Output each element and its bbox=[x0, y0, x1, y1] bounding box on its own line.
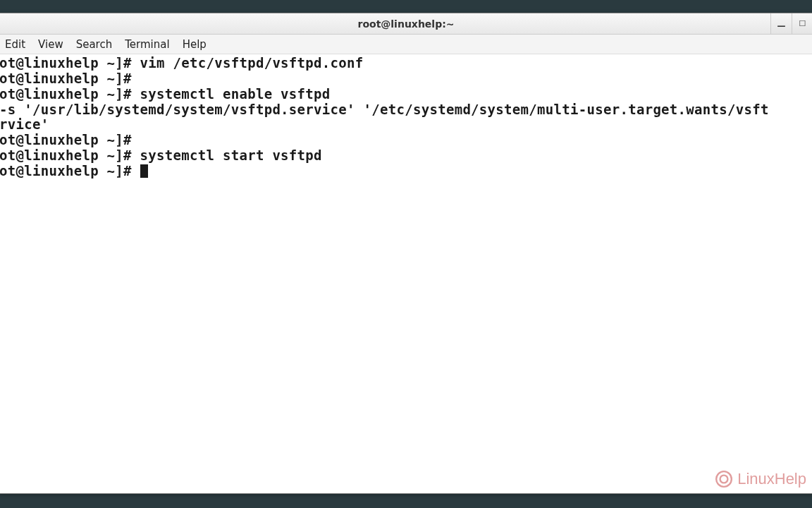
menu-view[interactable]: View bbox=[38, 38, 63, 51]
cursor-icon bbox=[140, 164, 148, 178]
terminal-line: ot@linuxhelp ~]# bbox=[0, 163, 140, 179]
terminal-window: root@linuxhelp:~ Edit View Search Termin… bbox=[0, 13, 812, 494]
window-title: root@linuxhelp:~ bbox=[357, 18, 454, 30]
minimize-button[interactable] bbox=[770, 13, 792, 34]
terminal-line: ot@linuxhelp ~]# vim /etc/vsftpd/vsftpd.… bbox=[0, 55, 364, 71]
titlebar[interactable]: root@linuxhelp:~ bbox=[0, 13, 812, 35]
terminal-line: ot@linuxhelp ~]# bbox=[0, 71, 132, 86]
menu-terminal[interactable]: Terminal bbox=[125, 38, 169, 51]
svg-point-0 bbox=[716, 471, 732, 487]
terminal-line: ot@linuxhelp ~]# bbox=[0, 132, 132, 147]
maximize-button[interactable] bbox=[792, 13, 812, 34]
terminal-line: ot@linuxhelp ~]# systemctl start vsftpd bbox=[0, 147, 322, 163]
menu-search[interactable]: Search bbox=[76, 38, 113, 51]
watermark: LinuxHelp bbox=[715, 470, 806, 488]
terminal-line: -s '/usr/lib/systemd/system/vsftpd.servi… bbox=[0, 102, 769, 117]
terminal-output[interactable]: ot@linuxhelp ~]# vim /etc/vsftpd/vsftpd.… bbox=[0, 54, 812, 493]
watermark-text: LinuxHelp bbox=[737, 470, 806, 488]
terminal-line: rvice' bbox=[0, 116, 49, 132]
menu-help[interactable]: Help bbox=[183, 38, 207, 51]
terminal-line: ot@linuxhelp ~]# systemctl enable vsftpd bbox=[0, 86, 331, 102]
svg-point-1 bbox=[720, 476, 728, 483]
menu-edit[interactable]: Edit bbox=[5, 38, 25, 51]
menubar: Edit View Search Terminal Help bbox=[0, 35, 812, 54]
window-controls bbox=[770, 13, 812, 34]
linuxhelp-logo-icon bbox=[715, 470, 733, 488]
